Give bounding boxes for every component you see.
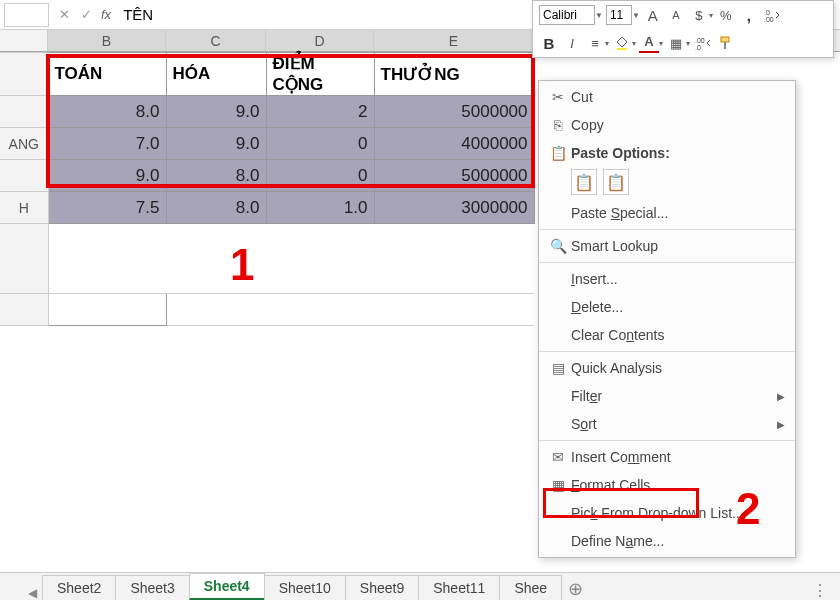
row-header[interactable]	[0, 160, 48, 192]
data-cell[interactable]: 1.0	[266, 192, 374, 224]
header-cell[interactable]: THƯỞNG	[374, 53, 534, 96]
tab-more-button[interactable]: ⋮	[800, 581, 840, 600]
data-cell[interactable]: 3000000	[374, 192, 534, 224]
column-header[interactable]: D	[266, 30, 374, 51]
chevron-down-icon[interactable]: ▼	[632, 11, 640, 20]
header-cell[interactable]: ĐIỂM CỘNG	[266, 53, 374, 96]
data-cell[interactable]: 4000000	[374, 128, 534, 160]
header-cell[interactable]: TOÁN	[48, 53, 166, 96]
comment-icon: ✉	[545, 449, 571, 465]
column-header[interactable]: B	[48, 30, 166, 51]
data-cell[interactable]: 8.0	[166, 192, 266, 224]
format-icon: ▦	[545, 477, 571, 493]
sheet-tabs: ◀ Sheet2 Sheet3 Sheet4 Sheet10 Sheet9 Sh…	[0, 572, 840, 600]
row-header[interactable]	[0, 53, 48, 96]
chevron-down-icon[interactable]: ▾	[709, 11, 713, 20]
add-sheet-button[interactable]: ⊕	[561, 578, 589, 600]
data-cell[interactable]: 5000000	[374, 96, 534, 128]
menu-item-paste-special[interactable]: Paste Special...	[539, 199, 795, 227]
column-header[interactable]: E	[374, 30, 534, 51]
row-header[interactable]: H	[0, 192, 48, 224]
chevron-right-icon: ▶	[777, 419, 785, 430]
table-row: TOÁN HÓA ĐIỂM CỘNG THƯỞNG	[0, 53, 534, 96]
menu-item-sort[interactable]: Sort▶	[539, 410, 795, 438]
data-cell[interactable]: 8.0	[166, 160, 266, 192]
data-cell[interactable]: 8.0	[48, 96, 166, 128]
data-cell[interactable]: 2	[266, 96, 374, 128]
data-cell[interactable]	[48, 294, 166, 326]
increase-decimal-icon[interactable]: .0.00	[762, 5, 782, 25]
tab-nav-prev[interactable]: ◀	[22, 586, 42, 600]
chevron-down-icon[interactable]: ▾	[632, 39, 636, 48]
data-cell[interactable]: 9.0	[48, 160, 166, 192]
data-cell[interactable]: 5000000	[374, 160, 534, 192]
data-cell[interactable]: 7.5	[48, 192, 166, 224]
chevron-down-icon[interactable]: ▼	[595, 11, 603, 20]
menu-item-insert-comment[interactable]: ✉Insert Comment	[539, 443, 795, 471]
sheet-tab[interactable]: Sheet2	[42, 575, 116, 600]
row-header[interactable]	[0, 96, 48, 128]
menu-item-delete[interactable]: Delete...	[539, 293, 795, 321]
menu-item-smart-lookup[interactable]: 🔍Smart Lookup	[539, 232, 795, 260]
cancel-button[interactable]: ✕	[53, 7, 75, 22]
decrease-decimal-icon[interactable]: .00.0	[693, 33, 713, 53]
menu-item-copy[interactable]: ⎘Copy	[539, 111, 795, 139]
row-header[interactable]	[0, 224, 48, 294]
clipboard-icon: 📋	[545, 145, 571, 161]
paste-option-button[interactable]: 📋	[571, 169, 597, 195]
sheet-tab[interactable]: Sheet4	[189, 573, 265, 600]
menu-item-paste-options: 📋Paste Options:	[539, 139, 795, 167]
comma-button[interactable]: ,	[739, 5, 759, 25]
column-header[interactable]: C	[166, 30, 266, 51]
percent-button[interactable]: %	[716, 5, 736, 25]
paste-option-button[interactable]: 📋	[603, 169, 629, 195]
bold-button[interactable]: B	[539, 33, 559, 53]
border-button[interactable]: ▦	[666, 33, 686, 53]
name-box[interactable]	[4, 3, 49, 27]
menu-item-clear[interactable]: Clear Contents	[539, 321, 795, 349]
menu-item-quick-analysis[interactable]: ▤Quick Analysis	[539, 354, 795, 382]
italic-button[interactable]: I	[562, 33, 582, 53]
table-row: H 7.5 8.0 1.0 3000000	[0, 192, 534, 224]
fill-color-button[interactable]	[612, 33, 632, 53]
row-header[interactable]	[0, 294, 48, 326]
data-cell[interactable]: 9.0	[166, 96, 266, 128]
row-header[interactable]: ANG	[0, 128, 48, 160]
increase-font-button[interactable]: A	[643, 5, 663, 25]
data-cell[interactable]: 0	[266, 160, 374, 192]
data-table: TOÁN HÓA ĐIỂM CỘNG THƯỞNG 8.0 9.0 2 5000…	[0, 52, 535, 326]
table-row	[0, 224, 534, 294]
currency-button[interactable]: $	[689, 5, 709, 25]
confirm-button[interactable]: ✓	[75, 7, 97, 22]
decrease-font-button[interactable]: A	[666, 5, 686, 25]
sheet-tab[interactable]: Sheet3	[115, 575, 189, 600]
data-cell[interactable]: 0	[266, 128, 374, 160]
sheet-tab[interactable]: Sheet9	[345, 575, 419, 600]
align-button[interactable]: ≡	[585, 33, 605, 53]
svg-text:.00: .00	[695, 37, 705, 44]
svg-rect-5	[721, 37, 729, 42]
menu-item-filter[interactable]: Filter▶	[539, 382, 795, 410]
copy-icon: ⎘	[545, 117, 571, 133]
font-size-input[interactable]	[606, 5, 632, 25]
data-cell[interactable]: 7.0	[48, 128, 166, 160]
chevron-down-icon[interactable]: ▾	[659, 39, 663, 48]
font-color-button[interactable]: A	[639, 33, 659, 53]
data-cell[interactable]: 9.0	[166, 128, 266, 160]
header-cell[interactable]: HÓA	[166, 53, 266, 96]
font-family-input[interactable]	[539, 5, 595, 25]
format-painter-button[interactable]	[716, 33, 736, 53]
table-row: 9.0 8.0 0 5000000	[0, 160, 534, 192]
annotation-label: 1	[230, 240, 254, 290]
mini-toolbar: ▼ ▼ A A $ ▾ % , .0.00 B I ≡ ▾ ▾ A ▾ ▦ ▾ …	[532, 0, 834, 58]
sheet-tab[interactable]: Shee	[499, 575, 562, 600]
table-row: ANG 7.0 9.0 0 4000000	[0, 128, 534, 160]
chevron-down-icon[interactable]: ▾	[605, 39, 609, 48]
search-icon: 🔍	[545, 238, 571, 254]
chevron-down-icon[interactable]: ▾	[686, 39, 690, 48]
sheet-tab[interactable]: Sheet11	[418, 575, 500, 600]
select-all-corner[interactable]	[0, 30, 48, 51]
menu-item-insert[interactable]: Insert...	[539, 265, 795, 293]
menu-item-cut[interactable]: ✂Cut	[539, 83, 795, 111]
sheet-tab[interactable]: Sheet10	[264, 575, 346, 600]
